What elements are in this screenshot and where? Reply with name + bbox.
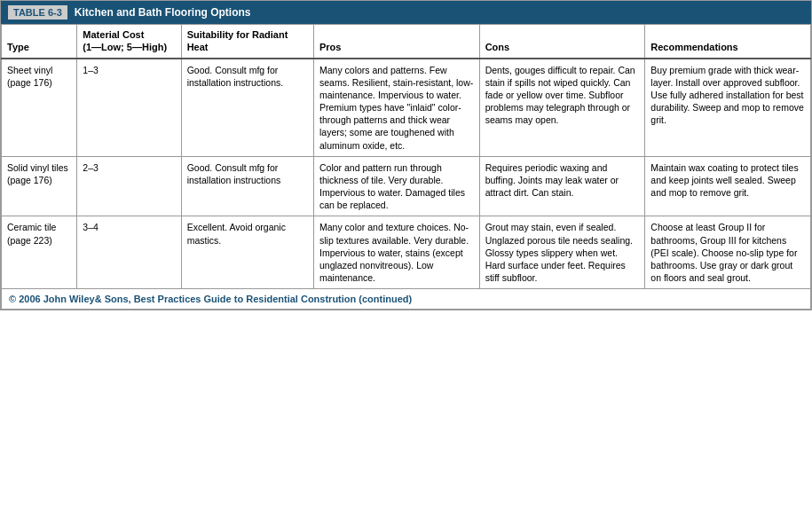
cell-radiant: Good. Consult mfg for installation instr…: [181, 156, 313, 216]
table-title: Kitchen and Bath Flooring Options: [75, 6, 251, 19]
table-row: Solid vinyl tiles (page 176)2–3Good. Con…: [2, 156, 811, 216]
footer-bar: © 2006 John Wiley& Sons, Best Practices …: [1, 289, 811, 310]
cell-type: Sheet vinyl (page 176): [2, 59, 77, 157]
cell-rec: Choose at least Group II for bathrooms, …: [645, 216, 811, 289]
col-header-pros: Pros: [313, 25, 479, 59]
cell-cost: 2–3: [77, 156, 181, 216]
cell-pros: Many colors and patterns. Few seams. Res…: [313, 59, 479, 157]
col-header-cost: Material Cost(1—Low; 5—High): [77, 25, 181, 59]
cell-cons: Dents, gouges difficult to repair. Can s…: [479, 59, 645, 157]
footer-text: © 2006 John Wiley& Sons, Best Practices …: [9, 294, 412, 304]
table-label: TABLE 6-3: [8, 5, 67, 20]
cell-pros: Many color and texture choices. No-slip …: [313, 216, 479, 289]
cell-cost: 1–3: [77, 59, 181, 157]
col-header-radiant: Suitability for RadiantHeat: [181, 25, 313, 59]
table-row: Sheet vinyl (page 176)1–3Good. Consult m…: [2, 59, 811, 157]
main-table: Type Material Cost(1—Low; 5—High) Suitab…: [1, 24, 811, 289]
col-header-cons: Cons: [479, 25, 645, 59]
table-row: Ceramic tile (page 223)3–4Excellent. Avo…: [2, 216, 811, 289]
cell-cons: Grout may stain, even if sealed. Unglaze…: [479, 216, 645, 289]
table-header: TABLE 6-3 Kitchen and Bath Flooring Opti…: [1, 1, 811, 24]
cell-type: Solid vinyl tiles (page 176): [2, 156, 77, 216]
cell-rec: Maintain wax coating to protect tiles an…: [645, 156, 811, 216]
cell-cost: 3–4: [77, 216, 181, 289]
cell-radiant: Excellent. Avoid organic mastics.: [181, 216, 313, 289]
cell-radiant: Good. Consult mfg for installation instr…: [181, 59, 313, 157]
cell-cons: Requires periodic waxing and buffing. Jo…: [479, 156, 645, 216]
cell-pros: Color and pattern run through thickness …: [313, 156, 479, 216]
col-header-type: Type: [2, 25, 77, 59]
header-row: Type Material Cost(1—Low; 5—High) Suitab…: [2, 25, 811, 59]
page-wrapper: TABLE 6-3 Kitchen and Bath Flooring Opti…: [0, 0, 812, 310]
cell-type: Ceramic tile (page 223): [2, 216, 77, 289]
cell-rec: Buy premium grade with thick wear-layer.…: [645, 59, 811, 157]
col-header-rec: Recommendations: [645, 25, 811, 59]
